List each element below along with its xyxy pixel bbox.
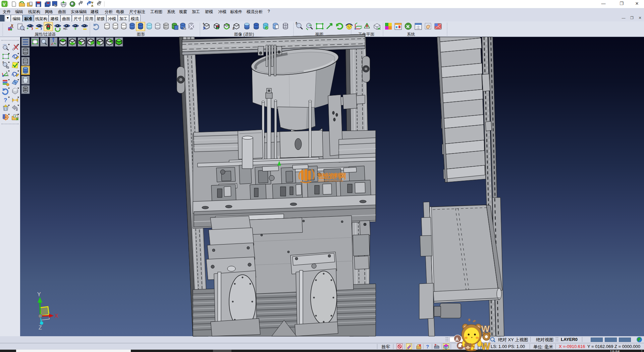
svg-text:WWW.MFGDATAS.COM: WWW.MFGDATAS.COM — [318, 180, 345, 182]
svg-text:A: A — [455, 337, 459, 342]
svg-text:Y: Y — [37, 292, 41, 297]
svg-text:W: W — [481, 341, 490, 352]
svg-text:Z: Z — [39, 325, 42, 331]
svg-text:智造资料网: 智造资料网 — [317, 172, 346, 180]
svg-text:X: X — [55, 313, 58, 319]
svg-text:Y: Y — [277, 155, 280, 160]
